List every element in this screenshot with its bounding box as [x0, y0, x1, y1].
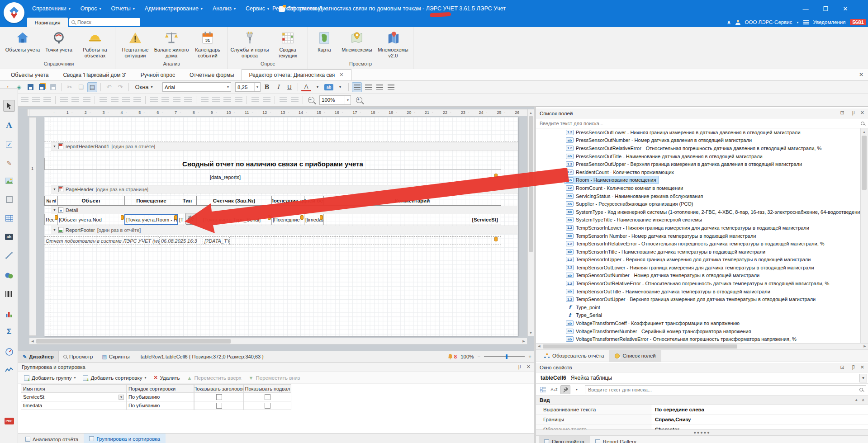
scroll-thumb[interactable]: [862, 136, 867, 190]
menu-otchety[interactable]: Отчеты▾: [106, 0, 139, 17]
field-list-item[interactable]: abTempSensorOutTitle - Наименование датч…: [536, 287, 860, 296]
field-list-item[interactable]: 1.2PressSensorOutLower - Нижняя граница …: [536, 128, 860, 137]
align-bottoms-icon[interactable]: [81, 95, 91, 105]
minimize-button[interactable]: —: [796, 0, 816, 17]
zoom-plus-icon[interactable]: +: [528, 354, 531, 359]
menu-analiz[interactable]: Анализ▾: [208, 0, 241, 17]
ribbon-points-button[interactable]: Точки учета: [41, 28, 77, 61]
scroll-right-icon[interactable]: ▶: [862, 344, 868, 349]
richtext-tool[interactable]: ✎: [3, 157, 15, 169]
ribbon-current-summary-button[interactable]: Сводка текущих: [270, 28, 306, 61]
column-header-field[interactable]: Имя поля: [21, 385, 126, 393]
property-row[interactable]: Обрезание текста Character: [536, 424, 868, 429]
designer-vertical-scrollbar[interactable]: ▲ ▼: [527, 109, 534, 336]
sum-tool[interactable]: Σ: [3, 326, 15, 338]
pointer-tool[interactable]: [3, 100, 15, 112]
field-search-input[interactable]: [540, 121, 861, 126]
pin-icon[interactable]: 卩: [850, 110, 855, 117]
scroll-thumb[interactable]: [36, 339, 231, 344]
align-center-icon[interactable]: [363, 82, 373, 92]
italic-icon[interactable]: I: [273, 82, 283, 92]
close-tab-icon[interactable]: ✕: [339, 72, 343, 78]
scroll-thumb[interactable]: [543, 344, 737, 349]
panel-resize-handle[interactable]: ●●●●●: [536, 429, 868, 436]
field-list-item[interactable]: abVoltageTransformerNumber - Серийный но…: [536, 327, 860, 335]
combo-dropdown-icon[interactable]: ▾: [119, 395, 124, 400]
doc-tab-summary[interactable]: Сводка 'Парковый дом 3': [56, 69, 133, 80]
redo-icon[interactable]: ↷: [115, 82, 125, 92]
maximize-panel-icon[interactable]: ⊡: [840, 364, 844, 371]
underline-icon[interactable]: U: [285, 82, 294, 92]
zoom-minus-icon[interactable]: −: [478, 354, 481, 359]
tab-properties[interactable]: Окно свойств: [539, 436, 590, 443]
align-middles-icon[interactable]: [70, 95, 80, 105]
align-left-icon[interactable]: [352, 82, 362, 92]
same-width-icon[interactable]: [98, 95, 108, 105]
scroll-up-icon[interactable]: ▲: [861, 128, 868, 135]
ribbon-works-button[interactable]: Работы на объектах: [77, 28, 113, 61]
maximize-panel-icon[interactable]: ⊡: [840, 110, 844, 117]
align-tops-icon[interactable]: [59, 95, 69, 105]
band-detail[interactable]: ▼ Detail: [51, 206, 518, 214]
save-all-button[interactable]: [48, 82, 58, 92]
tab-designer[interactable]: ✎Дизайнер: [18, 351, 59, 363]
scroll-up-icon[interactable]: ∧: [862, 398, 864, 402]
collapse-band-icon[interactable]: ▼: [53, 208, 56, 212]
global-search-input[interactable]: [77, 19, 132, 25]
tab-scripts[interactable]: ▤Скрипты: [97, 351, 134, 363]
sort-row-servicest[interactable]: ServiceSt▾ По убыванию: [21, 393, 291, 401]
windows-menu-button[interactable]: Окна▾: [132, 82, 156, 92]
field-list-item[interactable]: abServicingStatus - Наименование режима …: [536, 192, 860, 200]
smart-tag-gear-icon[interactable]: [185, 213, 196, 225]
tab-report-explorer[interactable]: Обозреватель отчёта: [539, 350, 609, 362]
close-panel-icon[interactable]: ✕: [860, 110, 864, 117]
shape-tool[interactable]: [3, 269, 15, 281]
band-page-header[interactable]: ▼ PageHeader [один раз на странице]: [51, 185, 518, 193]
horz-spacing-remove-icon[interactable]: [183, 95, 193, 105]
delete-button[interactable]: ✕Удалить: [150, 373, 183, 382]
account-menu[interactable]: ООО ЛЭРС-Сервис: [745, 19, 792, 25]
categorized-view-icon[interactable]: [538, 385, 548, 394]
show-header-checkbox[interactable]: [216, 403, 222, 409]
field-list-item[interactable]: 1.2PressSensorOutUpper - Верхняя граница…: [536, 160, 860, 168]
field-list-item[interactable]: 1.2PressSensorOutRelativeError - Относит…: [536, 144, 860, 152]
report-page[interactable]: ▼ reportHeaderBand1 [один раз в отчёте] …: [44, 117, 518, 336]
ribbon-balance-button[interactable]: Баланс жилого дома: [153, 28, 190, 61]
properties-search-box[interactable]: [585, 385, 866, 394]
column-header-order[interactable]: Порядок сортировки: [126, 385, 194, 393]
vert-spacing-decrease-icon[interactable]: [222, 95, 232, 105]
scroll-thumb[interactable]: [529, 116, 533, 252]
field-list-item[interactable]: abVoltageTransformerRelativeError - Отно…: [536, 335, 860, 343]
tab-preview[interactable]: Просмотр: [59, 351, 98, 363]
vert-spacing-remove-icon[interactable]: [233, 95, 243, 105]
bring-to-front-icon[interactable]: [278, 95, 288, 105]
field-list-item[interactable]: 1.2TempSensorOutLower - Нижняя граница и…: [536, 264, 860, 272]
same-size-icon[interactable]: [109, 95, 119, 105]
ribbon-map-button[interactable]: Карта: [310, 28, 339, 61]
field-list-item[interactable]: abTempSensorInTitle - Наименование датчи…: [536, 248, 860, 256]
collapse-band-icon[interactable]: ▼: [53, 145, 56, 148]
doc-tab-manual-poll[interactable]: Ручной опрос: [133, 69, 182, 80]
collapse-band-icon[interactable]: ▼: [53, 228, 56, 231]
designer-horizontal-scrollbar[interactable]: ◀ ▶: [29, 338, 527, 344]
font-size-select[interactable]: 8,25▾: [235, 82, 261, 92]
align-centers-icon[interactable]: [31, 95, 41, 105]
detail-cell-room-selected[interactable]: [Точка учета.Room - Н: [124, 214, 178, 225]
header-cell-room[interactable]: Помещение: [124, 196, 178, 206]
character-comb-tool[interactable]: ab: [3, 231, 15, 243]
detail-cell-serial[interactable]: [Точка учета.Type_Serial]: [196, 214, 272, 225]
zoom-out-button[interactable]: −: [306, 95, 316, 105]
field-list-item[interactable]: abPressSensorOutTitle - Наименование дат…: [536, 152, 860, 160]
header-cell-number[interactable]: № п/: [44, 196, 58, 206]
barcode-tool[interactable]: [3, 288, 15, 300]
field-search-box[interactable]: [536, 118, 868, 128]
tab-navigation[interactable]: Навигация: [27, 18, 68, 27]
picture-tool[interactable]: [3, 175, 15, 187]
alphabetical-sort-icon[interactable]: A↓Z: [549, 385, 559, 394]
font-color-icon[interactable]: A: [301, 83, 311, 91]
sparkline-tool[interactable]: [3, 364, 15, 376]
save-as-button[interactable]: [37, 82, 47, 92]
field-list-item[interactable]: abTempSensorOutNumber - Номер датчика те…: [536, 272, 860, 280]
scroll-down-icon[interactable]: ▼: [528, 330, 534, 336]
bold-icon[interactable]: B: [262, 82, 272, 92]
